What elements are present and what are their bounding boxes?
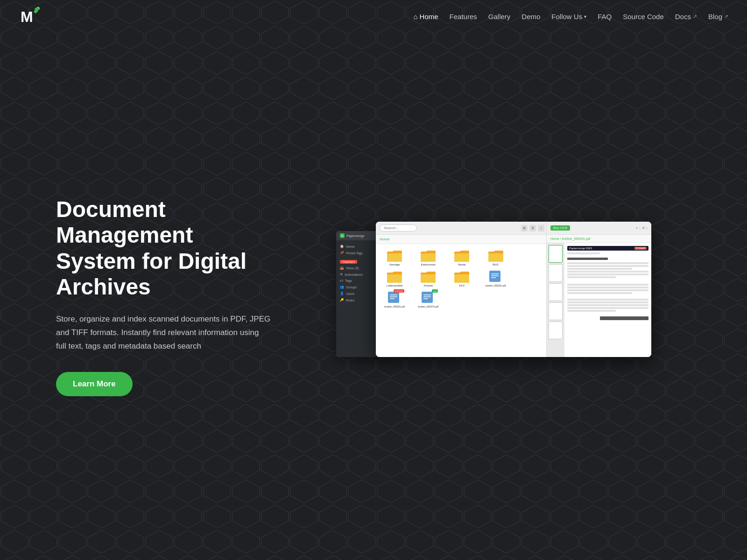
doc-line xyxy=(567,301,648,303)
zoom-out-icon[interactable]: - xyxy=(639,226,640,230)
download-icon[interactable]: ↓ xyxy=(646,226,648,230)
nav-docs[interactable]: Docs ↗ xyxy=(675,13,697,21)
doc-line xyxy=(567,284,648,286)
doc-content: Papiermerge DMS STAMP xyxy=(547,243,651,357)
doc-thumb-1[interactable] xyxy=(549,245,563,263)
nav-features[interactable]: Features xyxy=(450,13,477,21)
folder-icon xyxy=(453,249,470,262)
learn-more-button[interactable]: Learn More xyxy=(56,372,133,396)
svg-rect-2 xyxy=(491,273,499,274)
nav-home[interactable]: ⌂ Home xyxy=(414,13,438,21)
navbar: M ⌂ Home Features Gallery Demo Follow Us… xyxy=(0,0,747,33)
folder-rente[interactable]: Rente xyxy=(447,249,477,266)
zoom-in-icon[interactable]: + xyxy=(636,226,638,230)
folder-toolbar: ⊞ ☰ ↕ xyxy=(376,222,548,235)
rotate-icon[interactable]: ↺ xyxy=(642,226,645,230)
folder-icon xyxy=(420,270,437,283)
folder-label: KFZ xyxy=(459,284,465,287)
doc-header-bar: Papiermerge DMS STAMP xyxy=(567,246,648,251)
doc-line xyxy=(567,262,648,264)
new-badge: new xyxy=(432,289,438,293)
important-tag: Important xyxy=(340,260,357,264)
folder-panel: ⊞ ☰ ↕ Home Vert xyxy=(376,222,549,357)
folder-icon xyxy=(386,270,403,283)
folder-einkommen[interactable]: Einkommen xyxy=(413,249,443,266)
file-icon: Important xyxy=(386,291,403,304)
house-icon: ⌂ xyxy=(414,13,418,21)
list-view-icon[interactable]: ☰ xyxy=(529,225,536,231)
doc-line xyxy=(567,265,648,267)
doc-line xyxy=(567,273,648,275)
svg-rect-12 xyxy=(423,298,428,299)
external-link-icon: ↗ xyxy=(693,14,697,20)
doc-line xyxy=(567,307,648,309)
svg-rect-8 xyxy=(390,298,395,299)
folder-icon xyxy=(453,270,470,283)
doc-thumb-3[interactable] xyxy=(549,283,563,301)
doc-thumbnails xyxy=(547,243,564,357)
sort-icon[interactable]: ↕ xyxy=(538,225,544,231)
grid-view-icon[interactable]: ⊞ xyxy=(521,225,528,231)
doc-panel: Run OCR + - ↺ ↓ Home / brother_006291.pd… xyxy=(546,222,651,357)
nav-demo[interactable]: Demo xyxy=(521,13,540,21)
folder-label: Freizeit xyxy=(423,284,433,287)
folder-vertraege[interactable]: Verträge xyxy=(380,249,409,266)
nav-menu: ⌂ Home Features Gallery Demo Follow Us ▾… xyxy=(414,13,728,21)
doc-thumb-2[interactable] xyxy=(549,264,563,282)
folder-label: brother_006275.pdf xyxy=(418,305,438,308)
nav-follow-us[interactable]: Follow Us ▾ xyxy=(551,13,586,21)
folder-search-input[interactable] xyxy=(380,224,417,231)
signature-line xyxy=(600,316,648,320)
svg-text:M: M xyxy=(21,8,33,25)
folder-bvg[interactable]: BVG xyxy=(481,249,511,266)
file-brother-new[interactable]: new brother_006275.pdf xyxy=(413,291,443,308)
doc-line xyxy=(567,310,616,312)
hero-image: M Papermerge 🏠 Home 📌 Pinned Tags Import… xyxy=(299,222,691,371)
doc-main-view: Papiermerge DMS STAMP xyxy=(564,243,651,357)
file-icon: new xyxy=(420,291,437,304)
file-icon xyxy=(487,270,504,283)
doc-stamp-label: STAMP xyxy=(634,247,647,250)
folder-label: Einkommen xyxy=(421,263,436,266)
doc-line xyxy=(567,304,648,306)
svg-rect-4 xyxy=(491,277,496,278)
folder-grid: Verträge Einkommen Rente xyxy=(376,244,548,313)
important-badge: Important xyxy=(394,289,404,293)
folder-breadcrumb: Home xyxy=(376,235,548,244)
sidebar-logo: M xyxy=(340,233,345,238)
folder-label: BVG xyxy=(493,263,499,266)
folder-label: brother_006291.pdf xyxy=(384,305,405,308)
folder-icon xyxy=(487,249,504,262)
folder-icon xyxy=(386,249,403,262)
sidebar-app-name: Papermerge xyxy=(346,234,365,238)
folder-freizeit[interactable]: Freizeit xyxy=(413,270,443,287)
doc-thumb-4[interactable] xyxy=(549,302,563,320)
nav-source-code[interactable]: Source Code xyxy=(623,13,664,21)
nav-gallery[interactable]: Gallery xyxy=(488,13,511,21)
nav-blog[interactable]: Blog ↗ xyxy=(708,13,728,21)
hero-content: Document Management System for Digital A… xyxy=(56,196,299,396)
file-brother-important[interactable]: Important brother_006291.pdf xyxy=(380,291,409,308)
folder-label: brother_006291.pdf xyxy=(486,284,506,287)
nav-faq[interactable]: FAQ xyxy=(598,13,612,21)
doc-text-lines xyxy=(567,252,648,320)
run-ocr-button[interactable]: Run OCR xyxy=(550,225,570,231)
folder-lebensmittel[interactable]: Lebensmittel xyxy=(380,270,409,287)
main-window: admin ▾ ⊞ ☰ ↕ Home xyxy=(376,222,651,357)
hero-description: Store, organize and index scanned docume… xyxy=(56,313,271,353)
logo[interactable]: M xyxy=(19,5,41,28)
folder-label: Lebensmittel xyxy=(387,284,402,287)
svg-rect-11 xyxy=(423,296,431,297)
file-brother-1[interactable]: brother_006291.pdf xyxy=(481,270,511,287)
doc-line xyxy=(567,287,648,288)
folder-kfz[interactable]: KFZ xyxy=(447,270,477,287)
folder-icon xyxy=(420,249,437,262)
hero-title: Document Management System for Digital A… xyxy=(56,196,271,300)
doc-thumb-5[interactable] xyxy=(549,322,563,339)
dropdown-arrow-icon: ▾ xyxy=(584,14,586,19)
hero-section: Document Management System for Digital A… xyxy=(0,33,747,560)
doc-line xyxy=(567,299,648,301)
doc-line xyxy=(567,271,648,273)
svg-rect-7 xyxy=(390,296,397,297)
svg-rect-6 xyxy=(390,294,397,295)
